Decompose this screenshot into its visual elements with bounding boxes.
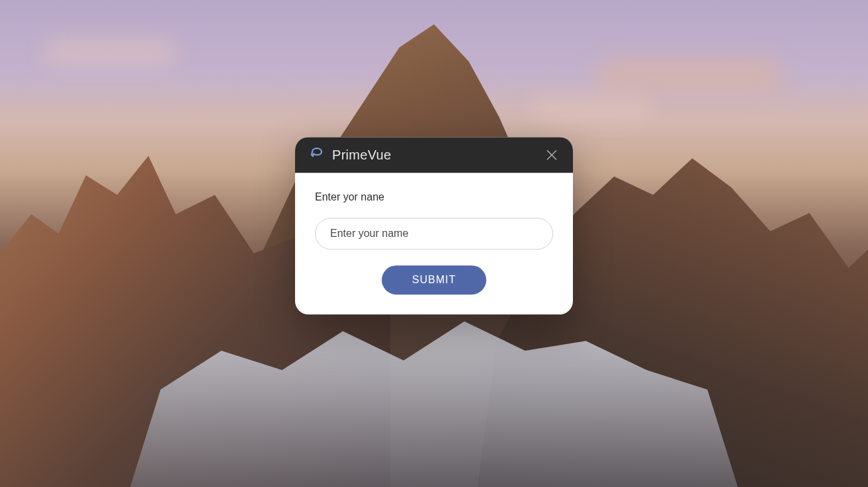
- brand-name: PrimeVue: [332, 148, 391, 163]
- name-field-label: Enter yor nane: [315, 191, 553, 203]
- dialog-header: PrimeVue: [295, 137, 573, 173]
- name-input[interactable]: [315, 218, 553, 249]
- primevue-logo-icon: [308, 146, 326, 163]
- dialog-body: Enter yor nane SUBMIT: [295, 173, 573, 314]
- close-icon: [546, 149, 558, 161]
- submit-button[interactable]: SUBMIT: [382, 265, 486, 294]
- brand-container: PrimeVue: [308, 146, 391, 163]
- close-button[interactable]: [544, 147, 560, 163]
- modal-dialog: PrimeVue Enter yor nane SUBMIT: [295, 137, 573, 314]
